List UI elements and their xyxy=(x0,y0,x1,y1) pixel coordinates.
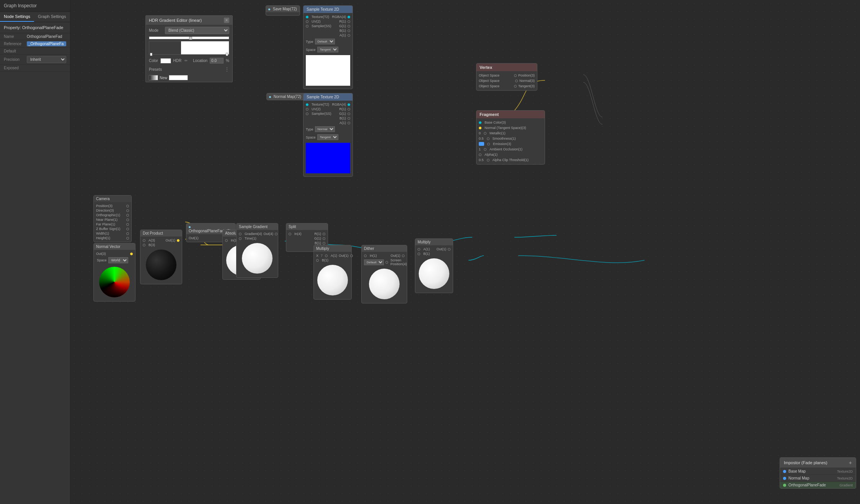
port-dot-out[interactable] xyxy=(177,239,180,242)
port-dither-in[interactable] xyxy=(364,254,367,257)
port-sg-out[interactable] xyxy=(275,233,277,235)
port-mult2-a-in[interactable] xyxy=(418,248,420,251)
port-cam-width-out[interactable] xyxy=(126,232,129,235)
hdr-edit-icon[interactable]: ✏ xyxy=(184,59,188,63)
tab-graph-settings[interactable]: Graph Settings xyxy=(34,12,70,22)
port-split-r-out[interactable] xyxy=(323,233,325,235)
hdr-close-button[interactable]: × xyxy=(224,18,229,23)
port-r2-out[interactable] xyxy=(348,108,350,111)
precision-dropdown[interactable]: Inherit Half Single xyxy=(27,56,66,63)
port-ao-in[interactable] xyxy=(484,148,486,151)
port-sampler2-in[interactable] xyxy=(306,113,308,115)
node-graph-canvas[interactable]: HDR Gradient Editor (linear) × Mode Blen… xyxy=(70,0,860,504)
port-basecolor-in[interactable] xyxy=(479,121,481,124)
port-cam-pos-out[interactable] xyxy=(126,205,129,207)
gradient-thumb-left[interactable] xyxy=(150,53,152,56)
port-smooth-in[interactable] xyxy=(487,137,490,140)
port-position-out[interactable] xyxy=(514,74,517,77)
port-normaltangent-in[interactable] xyxy=(479,127,481,129)
port-cam-ortho-out[interactable] xyxy=(126,214,129,217)
normal-vector-preview xyxy=(99,267,130,297)
port-rgba-out[interactable] xyxy=(348,16,350,18)
preset-new-swatch[interactable] xyxy=(169,75,188,80)
port-abs-in[interactable] xyxy=(225,239,228,242)
port-cam-zbuf-out[interactable] xyxy=(126,228,129,230)
sample-tex-1-header: Sample Texture 2D xyxy=(304,6,352,13)
port-a-out[interactable] xyxy=(348,34,350,37)
port-tangent-out[interactable] xyxy=(514,85,517,88)
sample-tex-2-type-dropdown[interactable]: Normal xyxy=(315,126,335,132)
port-dot-a-in[interactable] xyxy=(143,239,145,242)
multiply-node-2: Multiply A(1) Out(1) B(1) xyxy=(415,238,453,293)
port-mult1-b-in[interactable] xyxy=(316,259,319,262)
gi-tabs: Node Settings Graph Settings xyxy=(0,12,70,22)
port-g2-out[interactable] xyxy=(348,113,350,115)
port-cam-far-out[interactable] xyxy=(126,223,129,226)
hdr-mode-select[interactable]: Blend (Classic) Fixed xyxy=(165,27,229,34)
dot-product-header: Dot Product xyxy=(140,230,182,237)
sample-tex-1-space-dropdown[interactable]: Tangent xyxy=(317,47,338,52)
hdr-location-input[interactable] xyxy=(210,58,224,64)
port-normal-out[interactable] xyxy=(515,80,518,82)
port-uv-in[interactable] xyxy=(306,20,308,23)
port-screen-pos-in[interactable] xyxy=(385,261,388,264)
impostor-add-button[interactable]: + xyxy=(849,460,852,466)
tab-node-settings[interactable]: Node Settings xyxy=(0,12,34,22)
port-cam-dir-out[interactable] xyxy=(126,209,129,212)
hdr-color-swatch[interactable] xyxy=(160,58,171,64)
port-tex2-in[interactable] xyxy=(306,103,308,106)
port-cam-height-out[interactable] xyxy=(126,237,129,240)
port-b2-out[interactable] xyxy=(348,117,350,120)
port-alpha-in[interactable] xyxy=(479,153,481,156)
port-mult1-a-in[interactable] xyxy=(325,254,328,257)
hdr-presets-menu[interactable]: ⋮ xyxy=(225,67,229,72)
preset-item-1[interactable] xyxy=(149,75,158,80)
impostor-item-opf[interactable]: OrthogonalPlaneFade Gradient xyxy=(780,481,856,488)
port-a2-out[interactable] xyxy=(348,122,350,124)
fragment-node: Fragment Base Color(3) Normal (Tangent S… xyxy=(476,110,545,165)
port-rgba2-out[interactable] xyxy=(348,103,350,106)
port-mult2-b-in[interactable] xyxy=(418,253,420,255)
port-mult1-out[interactable] xyxy=(350,254,353,257)
port-g-out[interactable] xyxy=(348,25,350,28)
normal-map-header: Normal Map(72) xyxy=(267,93,308,100)
port-split-in[interactable] xyxy=(289,233,291,235)
port-texture-in[interactable] xyxy=(306,16,308,18)
port-mult2-out[interactable] xyxy=(448,248,450,251)
port-normal-vector-out[interactable] xyxy=(130,253,133,255)
split-g-row: G(1) xyxy=(286,236,328,241)
impostor-item-normalmap[interactable]: Normal Map Texture2D xyxy=(780,475,856,481)
port-uv2-in[interactable] xyxy=(306,108,308,111)
sample-tex-1-type-dropdown[interactable]: Default xyxy=(315,39,335,44)
camera-width-row: Width(1) xyxy=(94,231,131,236)
port-r-out[interactable] xyxy=(348,20,350,23)
port-sg-time-in[interactable] xyxy=(239,237,242,240)
port-cam-near-out[interactable] xyxy=(126,219,129,221)
sample-tex-2-space-dropdown[interactable]: Tangent xyxy=(317,134,338,140)
gradient-main-bar[interactable] xyxy=(149,41,229,55)
fragment-row-emission: Emission(3) xyxy=(477,141,545,147)
port-split-b-out[interactable] xyxy=(323,242,325,245)
dither-default-select[interactable]: Default xyxy=(364,259,384,265)
sg-time-row: Time(1) xyxy=(237,236,278,241)
split-in-row: In(4) R(1) xyxy=(286,232,328,236)
vertex-row-pos: Object Space Position(3) xyxy=(477,73,537,78)
impostor-basemap-label: Base Map xyxy=(788,469,835,473)
port-split-g-out[interactable] xyxy=(323,237,325,240)
gradient-alpha-bar[interactable] xyxy=(149,36,229,39)
sample-gradient-header: Sample Gradient xyxy=(237,223,278,230)
port-dot-b-in[interactable] xyxy=(143,244,145,246)
camera-direction-row: Direction(3) xyxy=(94,208,131,213)
port-emission-in[interactable] xyxy=(487,143,490,145)
graph-inspector-panel: Graph Inspector Node Settings Graph Sett… xyxy=(0,0,70,504)
gradient-thumb-right[interactable] xyxy=(226,53,228,56)
port-alphaclip-in[interactable] xyxy=(487,159,490,161)
port-b-out[interactable] xyxy=(348,29,350,32)
hdr-color-row: Color HDR ✏ Location % xyxy=(146,56,232,65)
port-dither-out[interactable] xyxy=(402,254,405,257)
port-metallic-in[interactable] xyxy=(484,132,486,135)
port-sg-grad-in[interactable] xyxy=(239,233,242,235)
normal-vector-space-select[interactable]: World xyxy=(108,257,128,263)
port-sampler-in[interactable] xyxy=(306,25,308,28)
impostor-item-basemap[interactable]: Base Map Texture2D xyxy=(780,468,856,475)
